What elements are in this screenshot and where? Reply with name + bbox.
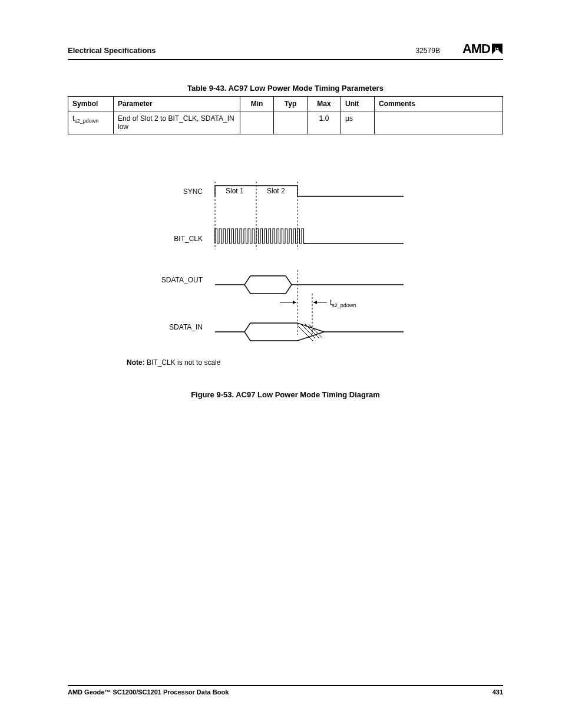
footer-page-number: 431 [492,689,503,696]
th-typ: Typ [274,97,308,111]
symbol-subscript: s2_pdown [74,118,98,124]
slot2-label: Slot 2 [267,187,285,195]
th-parameter: Parameter [114,97,240,111]
amd-logo-text: AMD [462,41,490,57]
footer-book-title: AMD Geode™ SC1200/SC1201 Processor Data … [68,689,229,696]
amd-arrow-icon [491,43,503,55]
note-label: Note: [127,358,145,367]
amd-logo: AMD [462,41,503,57]
th-unit: Unit [341,97,375,111]
timing-svg: Slot 1 Slot 2 [209,182,457,347]
cell-typ [274,111,308,134]
page-footer: AMD Geode™ SC1200/SC1201 Processor Data … [68,685,503,696]
label-bit-clk: BIT_CLK [132,235,203,243]
timing-parameters-table: Symbol Parameter Min Typ Max Unit Commen… [68,96,503,134]
table-caption: Table 9-43. AC97 Low Power Mode Timing P… [68,84,503,93]
timing-diagram: SYNC BIT_CLK SDATA_OUT SDATA_IN Slot 1 S… [68,182,503,347]
th-symbol: Symbol [68,97,114,111]
th-min: Min [240,97,274,111]
cell-symbol: ts2_pdown [68,111,114,134]
figure-caption: Figure 9-53. AC97 Low Power Mode Timing … [68,390,503,399]
label-sdata-in: SDATA_IN [132,323,203,331]
cell-comments [375,111,503,134]
table-header-row: Symbol Parameter Min Typ Max Unit Commen… [68,97,503,111]
marker-label: ts2_pdown [330,298,356,308]
page-header: Electrical Specifications 32579B AMD [68,41,503,60]
slot1-label: Slot 1 [226,187,244,195]
doc-number: 32579B [416,47,440,55]
section-title: Electrical Specifications [68,46,156,55]
svg-line-12 [300,324,315,338]
svg-marker-9 [293,301,296,304]
cell-max: 1.0 [308,111,341,134]
cell-min [240,111,274,134]
table-row: ts2_pdown End of Slot 2 to BIT_CLK, SDAT… [68,111,503,134]
note-text: BIT_CLK is not to scale [145,358,221,367]
label-sdata-out: SDATA_OUT [132,276,203,284]
diagram-note: Note: BIT_CLK is not to scale [127,358,503,367]
th-comments: Comments [375,97,503,111]
label-sync: SYNC [132,187,203,196]
cell-unit: µs [341,111,375,134]
cell-parameter: End of Slot 2 to BIT_CLK, SDATA_IN low [114,111,240,134]
svg-marker-11 [313,301,317,304]
th-max: Max [308,97,341,111]
